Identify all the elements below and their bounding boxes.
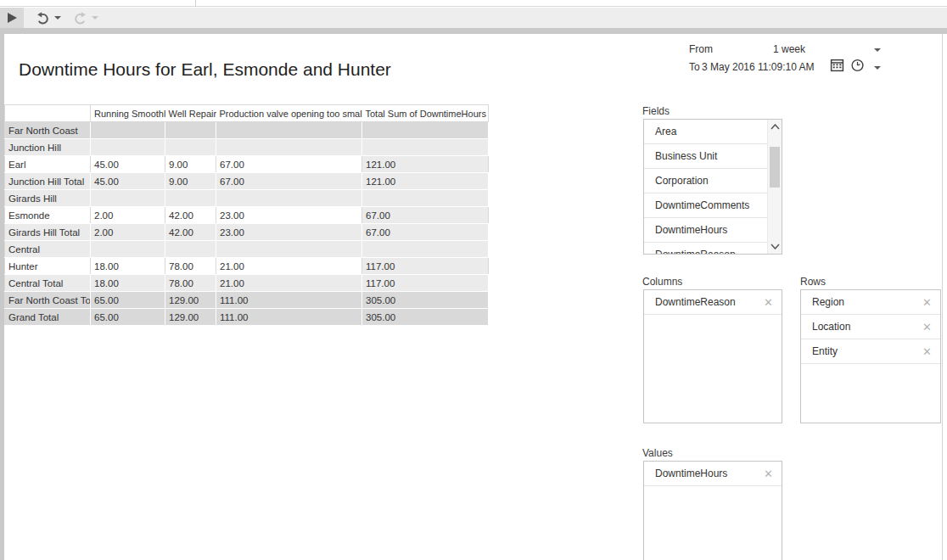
row-label-cell: Far North Coast (5, 122, 91, 139)
table-cell: 18.00 (91, 258, 165, 275)
table-row: Junction Hill Total45.009.0067.00121.00 (5, 173, 489, 190)
table-cell (91, 139, 165, 156)
fields-field-item[interactable]: Area (644, 120, 767, 144)
values-field-item[interactable]: DowntimeHours✕ (644, 462, 782, 486)
undo-button[interactable] (34, 9, 51, 26)
toolbar (0, 8, 947, 28)
table-cell (216, 241, 362, 258)
row-label-cell: Far North Coast Total (5, 292, 91, 309)
scroll-down-button[interactable] (768, 240, 782, 253)
table-cell: 23.00 (216, 207, 362, 224)
table-cell: 78.00 (165, 275, 216, 292)
row-label-cell: Grand Total (5, 309, 91, 326)
fields-field-item[interactable]: Business Unit (644, 144, 767, 169)
table-cell: 9.00 (165, 156, 216, 173)
field-item-label: Region (801, 296, 922, 308)
page-title: Downtime Hours for Earl, Esmonde and Hun… (19, 59, 391, 80)
row-label-cell: Girards Hill Total (5, 224, 91, 241)
pivot-table: Running SmoothlyWell RepairProduction va… (4, 104, 489, 326)
redo-dropdown-caret[interactable] (92, 16, 98, 20)
table-cell (91, 190, 165, 207)
column-header: Running Smoothly (91, 105, 165, 122)
calendar-icon (830, 58, 844, 72)
table-cell: 67.00 (362, 224, 489, 241)
table-cell (216, 190, 362, 207)
fields-field-item[interactable]: DowntimeHours (644, 218, 767, 243)
row-label-cell: Central (5, 241, 91, 258)
scroll-up-button[interactable] (768, 120, 782, 133)
field-item-label: DowntimeReason (644, 249, 767, 254)
from-label: From (689, 43, 713, 55)
rows-listbox: Region✕Location✕Entity✕ (800, 289, 941, 423)
column-header (5, 105, 91, 122)
window-strip (0, 28, 947, 34)
table-cell: 78.00 (165, 258, 216, 275)
table-cell: 305.00 (362, 292, 489, 309)
table-cell (165, 122, 216, 139)
field-item-label: Area (644, 126, 767, 137)
column-header: Well Repair (165, 105, 216, 122)
column-header: Total Sum of DowntimeHours (362, 105, 489, 122)
calendar-picker-button[interactable] (830, 58, 844, 76)
table-cell (165, 241, 216, 258)
from-duration-value[interactable]: 1 week (764, 43, 815, 55)
table-cell: 111.00 (216, 309, 362, 326)
to-dropdown-caret[interactable] (874, 66, 881, 70)
time-picker-button[interactable] (850, 58, 865, 76)
table-cell (362, 139, 489, 156)
fields-field-item[interactable]: DowntimeReason (644, 243, 767, 254)
report-panel: Downtime Hours for Earl, Esmonde and Hun… (4, 34, 947, 560)
remove-field-icon[interactable]: ✕ (764, 296, 773, 309)
rows-field-item[interactable]: Region✕ (801, 290, 940, 315)
columns-field-item[interactable]: DowntimeReason✕ (644, 290, 782, 315)
column-header: Production valve opening too small (216, 105, 362, 122)
fields-field-item[interactable]: Corporation (644, 169, 767, 193)
row-label-cell: Earl (5, 156, 91, 173)
pivot-header-row: Running SmoothlyWell RepairProduction va… (5, 105, 489, 122)
table-cell: 117.00 (362, 258, 489, 275)
table-cell: 121.00 (362, 156, 489, 173)
fields-listbox: AreaBusiness UnitCorporationDowntimeComm… (643, 119, 782, 255)
remove-field-icon[interactable]: ✕ (922, 296, 932, 309)
fields-scrollbar[interactable] (767, 120, 782, 254)
scrollbar-thumb[interactable] (770, 147, 780, 188)
table-cell: 18.00 (91, 275, 165, 292)
table-cell (216, 139, 362, 156)
fields-field-item[interactable]: DowntimeComments (644, 193, 767, 218)
undo-dropdown-caret[interactable] (54, 16, 61, 20)
table-cell (362, 122, 489, 139)
row-label-cell: Central Total (5, 275, 91, 292)
table-cell (91, 241, 165, 258)
redo-icon (73, 11, 87, 25)
rows-field-item[interactable]: Entity✕ (801, 339, 940, 364)
table-cell (165, 139, 216, 156)
to-datetime-value[interactable]: 3 May 2016 11:09:10 AM (702, 61, 815, 73)
columns-listbox: DowntimeReason✕ (643, 289, 782, 423)
from-dropdown-caret[interactable] (874, 48, 881, 52)
rows-panel-label: Rows (800, 276, 826, 288)
row-label-cell: Junction Hill (5, 139, 91, 156)
columns-panel-label: Columns (642, 276, 682, 288)
redo-button[interactable] (71, 9, 88, 26)
field-item-label: Corporation (644, 175, 767, 187)
table-cell: 65.00 (91, 309, 165, 326)
run-query-button[interactable] (0, 8, 24, 28)
table-row: Far North Coast Total65.00129.00111.0030… (5, 292, 489, 309)
table-cell: 65.00 (91, 292, 165, 309)
remove-field-icon[interactable]: ✕ (922, 345, 932, 358)
table-cell: 2.00 (91, 224, 165, 241)
remove-field-icon[interactable]: ✕ (922, 321, 932, 333)
row-label-cell: Junction Hill Total (5, 173, 91, 190)
table-cell: 129.00 (165, 292, 216, 309)
table-cell: 2.00 (91, 207, 165, 224)
table-row: Earl45.009.0067.00121.00 (5, 156, 489, 173)
table-row: Grand Total65.00129.00111.00305.00 (5, 309, 489, 326)
rows-field-item[interactable]: Location✕ (801, 315, 940, 339)
table-cell: 42.00 (165, 224, 216, 241)
table-cell: 21.00 (216, 275, 362, 292)
table-cell: 23.00 (216, 224, 362, 241)
values-panel-label: Values (642, 447, 673, 459)
remove-field-icon[interactable]: ✕ (764, 468, 773, 480)
chevron-down-icon (770, 244, 780, 249)
table-row: Esmonde2.0042.0023.0067.00 (5, 207, 489, 224)
